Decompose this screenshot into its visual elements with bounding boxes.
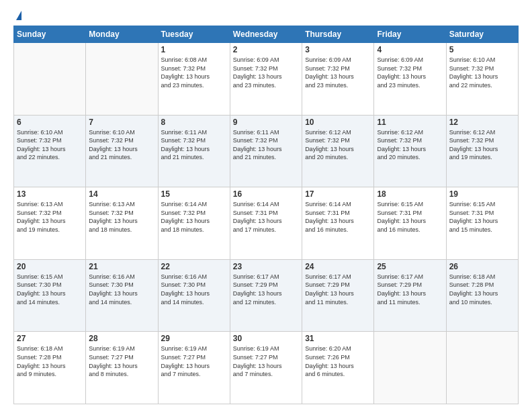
day-info: Sunrise: 6:14 AM Sunset: 7:31 PM Dayligh… [305,200,371,234]
logo [13,11,21,21]
calendar-cell: 25Sunrise: 6:17 AM Sunset: 7:29 PM Dayli… [374,259,446,332]
calendar-cell: 9Sunrise: 6:11 AM Sunset: 7:32 PM Daylig… [230,115,302,187]
day-number: 25 [377,262,443,271]
calendar-cell: 16Sunrise: 6:14 AM Sunset: 7:31 PM Dayli… [230,187,302,260]
calendar-cell: 18Sunrise: 6:15 AM Sunset: 7:31 PM Dayli… [374,187,446,260]
calendar-cell: 26Sunrise: 6:18 AM Sunset: 7:28 PM Dayli… [446,259,518,332]
day-info: Sunrise: 6:13 AM Sunset: 7:32 PM Dayligh… [17,200,83,234]
calendar-cell: 28Sunrise: 6:19 AM Sunset: 7:27 PM Dayli… [86,332,158,404]
day-number: 21 [89,262,154,271]
day-info: Sunrise: 6:19 AM Sunset: 7:27 PM Dayligh… [233,345,299,378]
day-number: 28 [89,334,154,343]
col-header-thursday: Thursday [302,26,374,43]
calendar-cell: 19Sunrise: 6:15 AM Sunset: 7:31 PM Dayli… [446,187,518,260]
day-info: Sunrise: 6:15 AM Sunset: 7:31 PM Dayligh… [449,200,515,234]
calendar-cell [86,43,158,116]
day-number: 31 [305,334,371,343]
calendar-cell: 30Sunrise: 6:19 AM Sunset: 7:27 PM Dayli… [230,332,302,404]
calendar-table: SundayMondayTuesdayWednesdayThursdayFrid… [13,26,519,404]
calendar-cell: 2Sunrise: 6:09 AM Sunset: 7:32 PM Daylig… [230,43,302,116]
calendar-cell: 10Sunrise: 6:12 AM Sunset: 7:32 PM Dayli… [302,115,374,187]
calendar-week-row: 13Sunrise: 6:13 AM Sunset: 7:32 PM Dayli… [14,187,519,260]
calendar-cell: 29Sunrise: 6:19 AM Sunset: 7:27 PM Dayli… [158,332,230,404]
day-number: 18 [377,189,443,199]
calendar-cell: 13Sunrise: 6:13 AM Sunset: 7:32 PM Dayli… [14,187,86,260]
day-info: Sunrise: 6:10 AM Sunset: 7:32 PM Dayligh… [17,128,83,162]
day-info: Sunrise: 6:09 AM Sunset: 7:32 PM Dayligh… [233,56,299,89]
calendar-cell [374,332,446,404]
calendar-cell: 23Sunrise: 6:17 AM Sunset: 7:29 PM Dayli… [230,259,302,332]
calendar-week-row: 27Sunrise: 6:18 AM Sunset: 7:28 PM Dayli… [14,332,519,404]
calendar-cell [14,43,86,116]
calendar-cell: 7Sunrise: 6:10 AM Sunset: 7:32 PM Daylig… [86,115,158,187]
day-number: 7 [89,118,154,127]
day-info: Sunrise: 6:09 AM Sunset: 7:32 PM Dayligh… [305,56,371,89]
day-info: Sunrise: 6:12 AM Sunset: 7:32 PM Dayligh… [305,128,371,162]
day-info: Sunrise: 6:12 AM Sunset: 7:32 PM Dayligh… [377,128,443,162]
day-number: 9 [233,118,299,127]
col-header-wednesday: Wednesday [230,26,302,43]
day-info: Sunrise: 6:15 AM Sunset: 7:30 PM Dayligh… [17,273,83,306]
calendar-cell: 8Sunrise: 6:11 AM Sunset: 7:32 PM Daylig… [158,115,230,187]
day-info: Sunrise: 6:16 AM Sunset: 7:30 PM Dayligh… [89,273,154,306]
col-header-saturday: Saturday [446,26,518,43]
day-info: Sunrise: 6:08 AM Sunset: 7:32 PM Dayligh… [161,56,227,89]
day-number: 12 [449,118,515,127]
page: SundayMondayTuesdayWednesdayThursdayFrid… [0,0,532,411]
calendar-cell: 11Sunrise: 6:12 AM Sunset: 7:32 PM Dayli… [374,115,446,187]
day-info: Sunrise: 6:11 AM Sunset: 7:32 PM Dayligh… [161,128,227,162]
calendar-cell: 15Sunrise: 6:14 AM Sunset: 7:32 PM Dayli… [158,187,230,260]
day-number: 22 [161,262,227,271]
day-info: Sunrise: 6:11 AM Sunset: 7:32 PM Dayligh… [233,128,299,162]
calendar-cell: 17Sunrise: 6:14 AM Sunset: 7:31 PM Dayli… [302,187,374,260]
day-info: Sunrise: 6:10 AM Sunset: 7:32 PM Dayligh… [449,56,515,89]
calendar-week-row: 6Sunrise: 6:10 AM Sunset: 7:32 PM Daylig… [14,115,519,187]
day-info: Sunrise: 6:18 AM Sunset: 7:28 PM Dayligh… [17,345,83,378]
day-number: 2 [233,45,299,54]
day-number: 24 [305,262,371,271]
day-info: Sunrise: 6:15 AM Sunset: 7:31 PM Dayligh… [377,200,443,234]
day-number: 4 [377,45,443,54]
col-header-monday: Monday [86,26,158,43]
calendar-cell [446,332,518,404]
calendar-cell: 27Sunrise: 6:18 AM Sunset: 7:28 PM Dayli… [14,332,86,404]
col-header-sunday: Sunday [14,26,86,43]
day-number: 29 [161,334,227,343]
calendar-cell: 4Sunrise: 6:09 AM Sunset: 7:32 PM Daylig… [374,43,446,116]
day-info: Sunrise: 6:10 AM Sunset: 7:32 PM Dayligh… [89,128,154,162]
day-info: Sunrise: 6:17 AM Sunset: 7:29 PM Dayligh… [305,273,371,306]
calendar-cell: 5Sunrise: 6:10 AM Sunset: 7:32 PM Daylig… [446,43,518,116]
day-number: 13 [17,189,83,199]
day-number: 8 [161,118,227,127]
calendar-header-row: SundayMondayTuesdayWednesdayThursdayFrid… [14,26,519,43]
calendar-cell: 22Sunrise: 6:16 AM Sunset: 7:30 PM Dayli… [158,259,230,332]
day-number: 26 [449,262,515,271]
day-number: 1 [161,45,227,54]
header [13,11,519,21]
calendar-cell: 12Sunrise: 6:12 AM Sunset: 7:32 PM Dayli… [446,115,518,187]
day-info: Sunrise: 6:14 AM Sunset: 7:31 PM Dayligh… [233,200,299,234]
day-info: Sunrise: 6:19 AM Sunset: 7:27 PM Dayligh… [161,345,227,378]
calendar-cell: 3Sunrise: 6:09 AM Sunset: 7:32 PM Daylig… [302,43,374,116]
day-info: Sunrise: 6:16 AM Sunset: 7:30 PM Dayligh… [161,273,227,306]
col-header-friday: Friday [374,26,446,43]
day-number: 20 [17,262,83,271]
calendar-cell: 31Sunrise: 6:20 AM Sunset: 7:26 PM Dayli… [302,332,374,404]
day-info: Sunrise: 6:19 AM Sunset: 7:27 PM Dayligh… [89,345,154,378]
day-number: 14 [89,189,154,199]
day-info: Sunrise: 6:18 AM Sunset: 7:28 PM Dayligh… [449,273,515,306]
calendar-week-row: 20Sunrise: 6:15 AM Sunset: 7:30 PM Dayli… [14,259,519,332]
day-number: 11 [377,118,443,127]
day-number: 10 [305,118,371,127]
calendar-week-row: 1Sunrise: 6:08 AM Sunset: 7:32 PM Daylig… [14,43,519,116]
calendar-cell: 24Sunrise: 6:17 AM Sunset: 7:29 PM Dayli… [302,259,374,332]
calendar-cell: 20Sunrise: 6:15 AM Sunset: 7:30 PM Dayli… [14,259,86,332]
day-number: 19 [449,189,515,199]
day-info: Sunrise: 6:13 AM Sunset: 7:32 PM Dayligh… [89,200,154,234]
logo-triangle-icon [16,11,21,20]
calendar-cell: 14Sunrise: 6:13 AM Sunset: 7:32 PM Dayli… [86,187,158,260]
day-number: 27 [17,334,83,343]
day-number: 23 [233,262,299,271]
day-info: Sunrise: 6:17 AM Sunset: 7:29 PM Dayligh… [377,273,443,306]
day-info: Sunrise: 6:14 AM Sunset: 7:32 PM Dayligh… [161,200,227,234]
